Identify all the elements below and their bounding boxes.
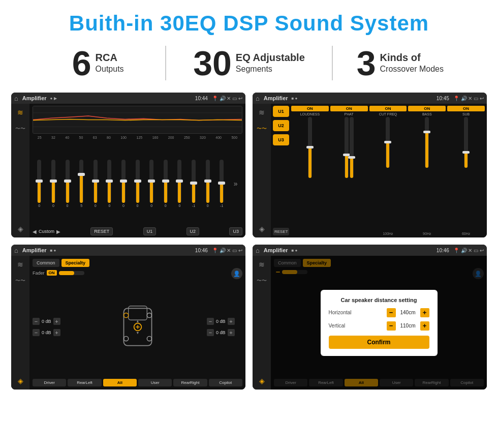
eq-slider-1[interactable]: 0	[37, 160, 41, 207]
modal-vertical-label: Vertical	[329, 323, 357, 328]
eq-screen: ⌂ Amplifier ● ▶ 10:44 📍 🔊 ✕ ▭ ↩ ≋ 〜〜 ◈	[11, 93, 245, 237]
crossover-sidebar-eq-icon[interactable]: ≋	[256, 108, 267, 117]
eq-u3-btn[interactable]: U3	[229, 227, 242, 235]
modal-vertical-minus-btn[interactable]: −	[387, 321, 396, 331]
eq-slider-5[interactable]: 0	[94, 160, 98, 207]
fader-label: Fader	[33, 271, 45, 276]
phat-slider[interactable]	[345, 117, 349, 178]
fader-row: Fader ON	[33, 270, 242, 276]
phat-slider-2[interactable]	[350, 117, 354, 178]
vol-row-rl: − 0 dB +	[33, 329, 68, 336]
speaker-modal-sidebar: ≋ 〜〜 ◈	[253, 256, 271, 390]
bass-slider[interactable]	[425, 117, 429, 168]
speaker-all-btn[interactable]: All	[103, 379, 137, 386]
eq-slider-7[interactable]: 0	[121, 160, 126, 207]
crossover-sub-group: ON SUB 60Hz	[447, 106, 485, 235]
loudness-slider[interactable]	[308, 117, 312, 178]
eq-slider-13[interactable]: 0	[206, 160, 210, 207]
stat-eq-label1: EQ Adjustable	[236, 51, 305, 64]
speaker-copilot-btn[interactable]: Copilot	[209, 379, 242, 386]
speaker-user-btn[interactable]: User	[138, 379, 172, 386]
crossover-u3-btn[interactable]: U3	[273, 134, 289, 145]
vol-right-col: − 0 dB + − 0 dB +	[207, 318, 242, 336]
modal-vertical-row: Vertical − 110cm +	[329, 321, 429, 331]
speaker-sidebar-eq-icon[interactable]: ≋	[15, 260, 26, 269]
eq-slider-14[interactable]: -1	[220, 160, 224, 207]
speaker-person-icon[interactable]: 👤	[231, 268, 242, 279]
speaker-rearleft-btn[interactable]: RearLeft	[68, 379, 101, 386]
speaker-time: 10:46	[195, 248, 208, 253]
vol-rl-value: 0 dB	[42, 330, 51, 335]
eq-slider-2[interactable]: 0	[51, 160, 55, 207]
speaker-modal-status-bar: ⌂ Amplifier ■ ● 10:46 📍 🔊 ✕ ▭ ↩	[253, 245, 487, 256]
eq-u2-btn[interactable]: U2	[186, 227, 200, 235]
vol-fl-minus[interactable]: −	[33, 318, 40, 325]
sub-slider[interactable]	[464, 117, 468, 168]
eq-expand-icon[interactable]: »	[234, 180, 238, 188]
speaker-modal-sidebar-eq-icon[interactable]: ≋	[256, 260, 267, 269]
crossover-reset-btn[interactable]: RESET	[273, 228, 289, 235]
crossover-sliders-area: ON LOUDNESS ON PHAT	[291, 106, 485, 235]
fader-slider[interactable]	[59, 271, 84, 275]
crossover-sidebar-wave-icon[interactable]: 〜〜	[256, 124, 267, 133]
eq-slider-10[interactable]: 0	[164, 160, 168, 207]
crossover-sidebar-speaker-icon[interactable]: ◈	[256, 224, 267, 233]
speaker-home-icon[interactable]: ⌂	[14, 247, 18, 254]
modal-horizontal-minus-btn[interactable]: −	[387, 308, 396, 317]
eq-slider-6[interactable]: 0	[107, 160, 111, 207]
fader-on-toggle[interactable]: ON	[47, 270, 57, 276]
speaker-modal-sidebar-wave-icon[interactable]: 〜〜	[256, 276, 267, 285]
svg-text:▼: ▼	[136, 330, 139, 335]
eq-sidebar-speaker-icon[interactable]: ◈	[15, 224, 26, 233]
modal-vertical-plus-btn[interactable]: +	[420, 321, 429, 331]
home-icon[interactable]: ⌂	[14, 95, 18, 102]
eq-prev-btn[interactable]: ◀	[33, 229, 37, 234]
vol-fl-plus[interactable]: +	[53, 318, 60, 325]
eq-slider-3[interactable]: 0	[66, 160, 70, 207]
vol-row-fl: − 0 dB +	[33, 318, 68, 325]
cutfreq-slider[interactable]	[386, 117, 390, 168]
vol-left-col: − 0 dB + − 0 dB +	[33, 318, 68, 336]
vol-fr-plus[interactable]: +	[228, 318, 235, 325]
speaker-common-tab[interactable]: Common	[33, 259, 59, 267]
crossover-presets: U1 U2 U3 RESET	[273, 106, 289, 235]
speaker-modal-home-icon[interactable]: ⌂	[256, 247, 260, 254]
eq-play-btn[interactable]: ▶	[56, 229, 60, 234]
crossover-u1-btn[interactable]: U1	[273, 106, 289, 117]
eq-slider-9[interactable]: 0	[149, 160, 153, 207]
eq-slider-8[interactable]: 0	[136, 160, 140, 207]
phat-on-badge[interactable]: ON	[330, 106, 368, 111]
eq-reset-btn[interactable]: RESET	[90, 227, 113, 235]
vol-rr-minus[interactable]: −	[207, 329, 214, 336]
bass-on-badge[interactable]: ON	[408, 106, 446, 111]
eq-slider-11[interactable]: 0	[177, 160, 181, 207]
vol-rl-plus[interactable]: +	[53, 329, 60, 336]
crossover-u2-btn[interactable]: U2	[273, 120, 289, 131]
crossover-home-icon[interactable]: ⌂	[256, 95, 260, 102]
vol-rr-value: 0 dB	[216, 330, 226, 335]
speaker-sidebar-wave-icon[interactable]: 〜〜	[15, 276, 26, 285]
speaker-modal-sidebar-speaker-icon[interactable]: ◈	[256, 376, 267, 385]
speaker-app-title: Amplifier	[22, 247, 47, 253]
eq-slider-12[interactable]: -1	[192, 160, 196, 207]
modal-horizontal-plus-btn[interactable]: +	[420, 308, 429, 317]
stat-eq: 30 EQ Adjustable Segments	[165, 46, 332, 80]
speaker-modal-screen: ⌂ Amplifier ■ ● 10:46 📍 🔊 ✕ ▭ ↩ ≋ 〜〜 ◈ 👤…	[253, 245, 487, 390]
cutfreq-on-badge[interactable]: ON	[369, 106, 407, 111]
eq-u1-btn[interactable]: U1	[143, 227, 157, 235]
speaker-specialty-tab[interactable]: Specialty	[61, 259, 90, 267]
eq-sidebar-eq-icon[interactable]: ≋	[15, 108, 26, 117]
eq-sidebar-wave-icon[interactable]: 〜〜	[15, 124, 26, 133]
speaker-driver-btn[interactable]: Driver	[33, 379, 66, 386]
eq-status-bar: ⌂ Amplifier ● ▶ 10:44 📍 🔊 ✕ ▭ ↩	[11, 93, 245, 104]
speaker-sidebar-speaker-icon[interactable]: ◈	[15, 376, 26, 385]
speaker-content: ≋ 〜〜 ◈ 👤 Common Specialty Fader ON	[11, 256, 245, 390]
eq-slider-4[interactable]: 5	[79, 160, 83, 207]
speaker-rearright-btn[interactable]: RearRight	[173, 379, 207, 386]
modal-confirm-btn[interactable]: Confirm	[329, 336, 429, 349]
vol-rr-plus[interactable]: +	[228, 329, 235, 336]
vol-fr-minus[interactable]: −	[207, 318, 214, 325]
vol-rl-minus[interactable]: −	[33, 329, 40, 336]
loudness-on-badge[interactable]: ON	[291, 106, 329, 111]
sub-on-badge[interactable]: ON	[447, 106, 485, 111]
